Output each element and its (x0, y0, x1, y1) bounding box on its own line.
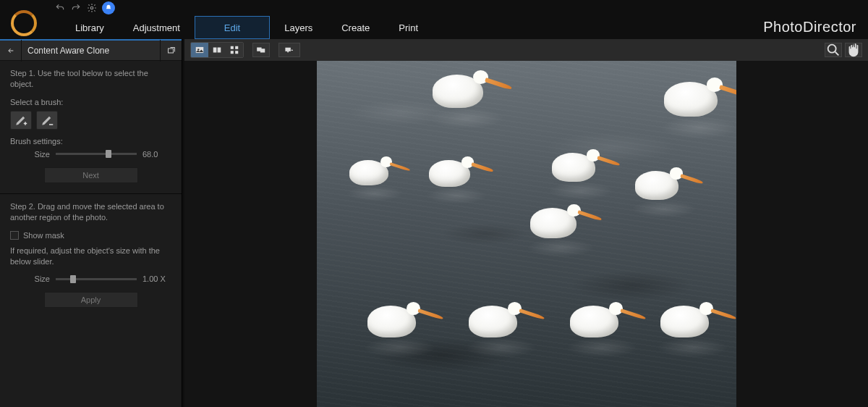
pan-tool-icon[interactable] (845, 43, 862, 57)
brand-label: PhotoDirector (763, 19, 856, 35)
svg-rect-7 (231, 46, 234, 49)
svg-rect-1 (168, 49, 173, 53)
size2-value: 1.00 X (142, 274, 171, 283)
quick-toolbar (0, 0, 868, 16)
notification-icon[interactable] (102, 1, 115, 14)
brush-settings-label: Brush settings: (10, 137, 171, 146)
tab-adjustment[interactable]: Adjustment (119, 16, 195, 39)
panel-title: Content Aware Clone (22, 46, 160, 56)
size2-slider[interactable] (56, 278, 137, 280)
svg-rect-14 (287, 51, 289, 52)
svg-rect-2 (49, 124, 53, 125)
show-mask-label: Show mask (23, 231, 64, 240)
tab-edit[interactable]: Edit (195, 16, 270, 39)
size2-label: Size (10, 274, 50, 283)
canvas-area[interactable] (184, 61, 868, 407)
svg-rect-13 (285, 48, 290, 51)
next-button[interactable]: Next (44, 167, 138, 183)
back-button[interactable] (0, 40, 22, 62)
svg-point-4 (197, 49, 199, 50)
svg-rect-12 (260, 49, 265, 52)
tab-layers[interactable]: Layers (270, 16, 327, 39)
popout-icon[interactable] (160, 40, 182, 62)
svg-rect-8 (235, 46, 238, 49)
tab-create[interactable]: Create (327, 16, 384, 39)
tool-panel: Content Aware Clone Step 1. Use the tool… (0, 39, 182, 407)
step2-text: Step 2. Drag and move the selected area … (10, 201, 171, 224)
zoom-tool-icon[interactable] (825, 43, 842, 57)
size-label: Size (10, 150, 50, 159)
app-logo (11, 10, 37, 36)
main-tabs: Library Adjustment Edit Layers Create Pr… (0, 16, 868, 39)
view-toolbar (184, 39, 868, 61)
select-brush-label: Select a brush: (10, 98, 171, 106)
svg-rect-5 (213, 48, 217, 53)
brush-add-button[interactable] (10, 111, 32, 130)
view-grid-icon[interactable] (226, 43, 243, 57)
redo-icon[interactable] (70, 2, 82, 14)
view-single-icon[interactable] (191, 43, 208, 57)
svg-point-0 (90, 7, 93, 9)
size-value: 68.0 (142, 150, 171, 159)
svg-rect-6 (218, 48, 221, 53)
view-compare-icon[interactable] (208, 43, 226, 57)
tab-library[interactable]: Library (61, 16, 119, 39)
svg-rect-9 (231, 51, 234, 54)
step2b-text: If required, adjust the object's size wi… (10, 246, 171, 268)
tab-print[interactable]: Print (384, 16, 433, 39)
svg-rect-10 (235, 51, 238, 54)
dual-screen-icon[interactable] (252, 43, 270, 57)
undo-icon[interactable] (54, 2, 66, 14)
svg-point-15 (828, 45, 836, 53)
brush-subtract-button[interactable] (36, 111, 58, 130)
size-slider[interactable] (56, 153, 137, 155)
display-menu-icon[interactable] (278, 43, 300, 57)
apply-button[interactable]: Apply (44, 292, 138, 308)
photo-preview[interactable] (317, 61, 736, 407)
show-mask-checkbox[interactable] (10, 231, 19, 240)
step1-text: Step 1. Use the tool below to select the… (10, 68, 171, 91)
gear-icon[interactable] (86, 2, 98, 14)
